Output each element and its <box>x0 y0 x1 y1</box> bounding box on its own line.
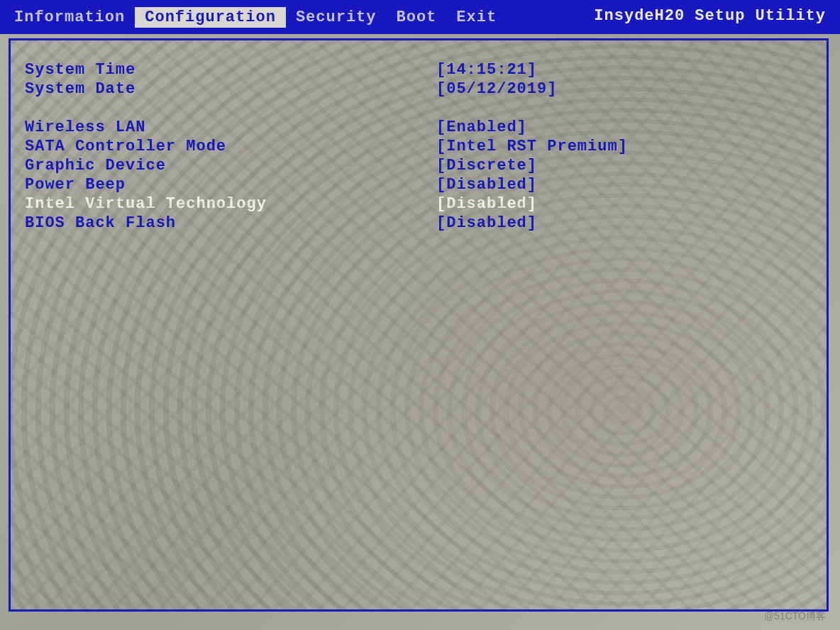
tab-configuration[interactable]: Configuration <box>135 7 286 28</box>
value-wireless-lan[interactable]: [Enabled] <box>436 118 527 136</box>
value-system-date[interactable]: [05/12/2019] <box>436 80 557 98</box>
label-bios-back-flash: BIOS Back Flash <box>25 214 436 232</box>
label-intel-vt: Intel Virtual Technology <box>25 195 436 213</box>
label-system-time: System Time <box>25 61 436 79</box>
configuration-panel: System Time [14:15:21] System Date [05/1… <box>9 38 829 612</box>
label-power-beep: Power Beep <box>25 176 436 194</box>
row-intel-vt[interactable]: Intel Virtual Technology [Disabled] <box>25 194 812 214</box>
label-system-date: System Date <box>25 80 436 98</box>
row-power-beep[interactable]: Power Beep [Disabled] <box>25 175 812 194</box>
menu-bar: Information Configuration Security Boot … <box>0 0 840 34</box>
row-sata-mode[interactable]: SATA Controller Mode [Intel RST Premium] <box>25 137 812 156</box>
value-power-beep[interactable]: [Disabled] <box>436 176 537 194</box>
spacer <box>25 99 812 118</box>
row-wireless-lan[interactable]: Wireless LAN [Enabled] <box>25 118 812 137</box>
label-graphic-device: Graphic Device <box>25 157 436 175</box>
value-sata-mode[interactable]: [Intel RST Premium] <box>436 138 628 155</box>
watermark: @51CTO博客 <box>764 610 826 623</box>
label-sata-mode: SATA Controller Mode <box>25 138 436 155</box>
tab-list: Information Configuration Security Boot … <box>4 7 507 28</box>
tab-exit[interactable]: Exit <box>446 7 507 28</box>
tab-boot[interactable]: Boot <box>387 7 447 28</box>
label-wireless-lan: Wireless LAN <box>25 118 436 136</box>
row-system-time[interactable]: System Time [14:15:21] <box>25 60 812 79</box>
value-intel-vt[interactable]: [Disabled] <box>436 195 537 213</box>
bios-screen: Information Configuration Security Boot … <box>0 0 840 630</box>
row-system-date[interactable]: System Date [05/12/2019] <box>25 79 812 99</box>
value-graphic-device[interactable]: [Discrete] <box>436 157 537 175</box>
value-system-time[interactable]: [14:15:21] <box>436 61 537 79</box>
row-graphic-device[interactable]: Graphic Device [Discrete] <box>25 156 812 175</box>
utility-title: InsydeH20 Setup Utility <box>594 7 826 25</box>
row-bios-back-flash[interactable]: BIOS Back Flash [Disabled] <box>25 214 812 233</box>
tab-information[interactable]: Information <box>4 7 135 28</box>
tab-security[interactable]: Security <box>286 7 387 28</box>
value-bios-back-flash[interactable]: [Disabled] <box>436 214 537 232</box>
